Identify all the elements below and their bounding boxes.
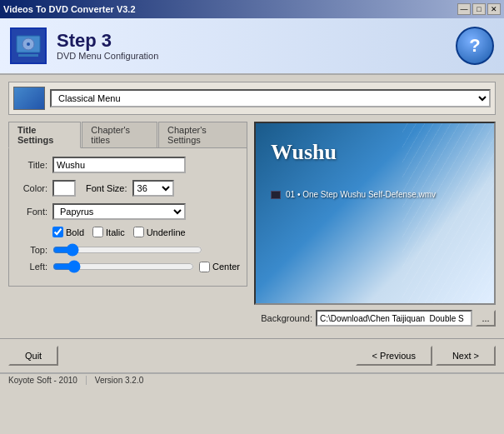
preview-title: Wushu — [271, 140, 337, 165]
left-label: Left: — [16, 262, 47, 272]
font-size-label: Font Size: — [86, 183, 127, 193]
background-row: Background: ... — [254, 310, 496, 327]
left-panel: Title Settings Chapter's titles Chapter'… — [8, 122, 247, 327]
window-controls: — □ ✕ — [457, 3, 501, 15]
left-slider[interactable] — [52, 261, 194, 272]
header-text: Step 3 DVD Menu Configuration — [57, 31, 158, 61]
underline-checkbox-label[interactable]: Underline — [133, 227, 186, 237]
next-button[interactable]: Next > — [436, 346, 496, 366]
header: Step 3 DVD Menu Configuration ? — [0, 18, 504, 75]
italic-checkbox-label[interactable]: Italic — [92, 227, 125, 237]
font-select[interactable]: PapyrusArialTimes New Roman — [52, 203, 186, 220]
step-title: Step 3 — [57, 31, 158, 51]
content-area: Classical Menu Title Settings Chapter's … — [0, 75, 504, 333]
preset-select[interactable]: Classical Menu — [50, 89, 491, 107]
tab-content: Title: Color: Font Size: 362448 Font: — [8, 147, 247, 287]
preview-box: Wushu 01 • One Step Wushu Self-Defense.w… — [254, 122, 496, 305]
color-picker[interactable] — [52, 180, 76, 197]
preview-decoration — [402, 123, 496, 303]
svg-point-2 — [27, 42, 30, 46]
preset-thumbnail — [13, 87, 45, 110]
svg-rect-3 — [18, 54, 38, 57]
background-input[interactable] — [316, 310, 472, 327]
bottom-bar: Quit < Previous Next > — [0, 338, 504, 372]
title-label: Title: — [16, 160, 47, 170]
font-label: Font: — [16, 207, 47, 217]
preset-row: Classical Menu — [8, 82, 496, 115]
company-status: Koyote Soft - 2010 — [8, 376, 87, 385]
bold-checkbox-label[interactable]: Bold — [52, 227, 84, 237]
top-slider-row: Top: — [16, 244, 240, 256]
step-subtitle: DVD Menu Configuration — [57, 51, 158, 61]
top-slider[interactable] — [52, 244, 202, 256]
minimize-button[interactable]: — — [457, 3, 471, 15]
preview-item-thumb — [271, 191, 281, 199]
dvd-icon — [15, 32, 42, 59]
main-split: Title Settings Chapter's titles Chapter'… — [8, 122, 496, 327]
color-fontsize-row: Color: Font Size: 362448 — [16, 180, 240, 197]
navigation-buttons: < Previous Next > — [356, 346, 496, 366]
color-label: Color: — [16, 183, 47, 193]
help-button[interactable]: ? — [456, 27, 494, 65]
center-checkbox[interactable] — [199, 262, 210, 272]
font-row: Font: PapyrusArialTimes New Roman — [16, 203, 240, 220]
app-icon — [10, 27, 47, 64]
tab-chapters-titles[interactable]: Chapter's titles — [82, 122, 157, 148]
preview-item: 01 • One Step Wushu Self-Defense.wmv — [271, 190, 436, 199]
window-title: Videos To DVD Converter V3.2 — [3, 4, 136, 14]
style-checkboxes: Bold Italic Underline — [52, 227, 240, 237]
previous-button[interactable]: < Previous — [356, 346, 432, 366]
underline-checkbox[interactable] — [133, 227, 144, 237]
background-browse-button[interactable]: ... — [476, 310, 496, 327]
font-size-select[interactable]: 362448 — [132, 180, 174, 197]
top-label: Top: — [16, 245, 47, 255]
quit-button[interactable]: Quit — [8, 346, 58, 366]
italic-checkbox[interactable] — [92, 227, 103, 237]
header-left: Step 3 DVD Menu Configuration — [10, 27, 158, 64]
status-bar: Koyote Soft - 2010 Version 3.2.0 — [0, 372, 504, 387]
title-row: Title: — [16, 157, 240, 173]
preview-item-text: 01 • One Step Wushu Self-Defense.wmv — [286, 190, 436, 199]
left-slider-row: Left: Center — [16, 261, 240, 272]
title-input[interactable] — [52, 157, 186, 173]
tabs: Title Settings Chapter's titles Chapter'… — [8, 122, 247, 148]
bold-checkbox[interactable] — [52, 227, 63, 237]
close-button[interactable]: ✕ — [487, 3, 501, 15]
version-status: Version 3.2.0 — [95, 376, 143, 385]
background-label: Background: — [254, 313, 312, 323]
maximize-button[interactable]: □ — [472, 3, 486, 15]
tab-chapters-settings[interactable]: Chapter's Settings — [158, 122, 247, 148]
title-bar: Videos To DVD Converter V3.2 — □ ✕ — [0, 0, 504, 18]
tab-title-settings[interactable]: Title Settings — [8, 122, 81, 148]
center-checkbox-label[interactable]: Center — [199, 262, 240, 272]
preview-panel: Wushu 01 • One Step Wushu Self-Defense.w… — [254, 122, 496, 327]
